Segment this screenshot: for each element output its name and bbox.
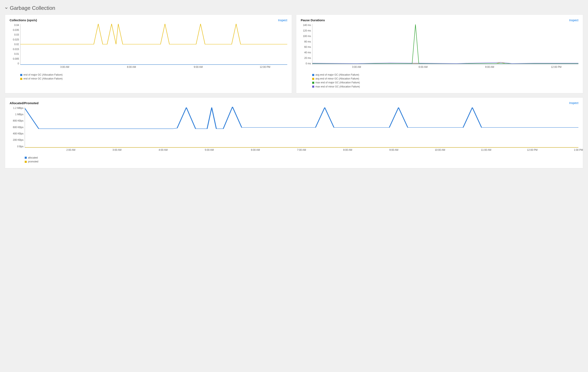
inspect-link[interactable]: Inspect — [278, 19, 287, 22]
x-tick: 9:00 AM — [485, 65, 494, 68]
panel-collections: Collections (ops/s) Inspect 0.040.0350.0… — [5, 14, 292, 93]
x-tick: 6:00 AM — [419, 65, 428, 68]
x-tick: 1:00 PM — [574, 149, 583, 151]
panel-title: Pause Durations — [301, 18, 325, 22]
y-tick: 100 ms — [303, 35, 311, 37]
legend-item: avg end of major GC (Allocation Failure) — [312, 73, 578, 77]
y-tick: 120 ms — [303, 29, 311, 32]
panel-title: Collections (ops/s) — [10, 18, 37, 22]
y-tick: 1.2 MBps — [13, 107, 23, 109]
inspect-link[interactable]: Inspect — [569, 101, 578, 105]
legend-swatch — [312, 85, 314, 88]
legend-label: avg end of major GC (Allocation Failure) — [315, 73, 359, 77]
legend-item: promoted — [25, 160, 578, 164]
legend-label: end of minor GC (Allocation Failure) — [23, 77, 63, 81]
y-tick: 0 Bps — [17, 145, 23, 148]
chart-allocated-promoted: 1.2 MBps1 MBps800 KBps600 KBps400 KBps20… — [10, 107, 578, 164]
y-tick: 600 KBps — [13, 126, 23, 128]
x-axis: 2:00 AM3:00 AM4:00 AM5:00 AM6:00 AM7:00 … — [10, 149, 578, 152]
y-tick: 0 — [18, 62, 19, 65]
y-tick: 0.005 — [13, 58, 19, 60]
legend-swatch — [25, 161, 27, 163]
legend-label: end of major GC (Allocation Failure) — [23, 73, 63, 77]
legend-item: avg end of minor GC (Allocation Failure) — [312, 77, 578, 81]
y-tick: 0.035 — [13, 29, 19, 31]
y-tick: 140 ms — [303, 24, 311, 26]
y-tick: 800 KBps — [13, 119, 23, 122]
legend-swatch — [312, 82, 314, 84]
legend: end of major GC (Allocation Failure) end… — [10, 73, 287, 81]
y-tick: 0.02 — [14, 43, 19, 46]
legend-label: max end of minor GC (Allocation Failure) — [315, 85, 360, 89]
legend: allocated promoted — [10, 156, 578, 164]
y-axis: 140 ms120 ms100 ms80 ms60 ms40 ms20 ms0 … — [301, 24, 312, 65]
plot-area — [20, 24, 287, 65]
y-tick: 0.01 — [14, 53, 19, 55]
series-line — [312, 24, 578, 64]
x-tick: 2:00 AM — [66, 149, 75, 151]
x-tick: 11:00 AM — [481, 149, 492, 151]
inspect-link[interactable]: Inspect — [569, 19, 578, 22]
x-tick: 12:00 PM — [260, 65, 270, 68]
legend-swatch — [20, 74, 22, 76]
x-tick: 6:00 AM — [251, 149, 260, 151]
y-tick: 1 MBps — [15, 113, 23, 116]
plot-area — [25, 107, 578, 148]
x-tick: 12:00 PM — [551, 65, 561, 68]
y-tick: 20 ms — [304, 57, 311, 59]
y-tick: 0.04 — [14, 24, 19, 26]
x-tick: 8:00 AM — [343, 149, 352, 151]
x-tick: 7:00 AM — [297, 149, 306, 151]
y-tick: 0.025 — [13, 38, 19, 41]
legend-swatch — [312, 74, 314, 76]
x-tick: 12:00 PM — [527, 149, 537, 151]
section-toggle[interactable]: Garbage Collection — [5, 5, 583, 11]
legend-label: allocated — [28, 156, 38, 160]
series-line — [25, 107, 578, 129]
series-line — [21, 24, 287, 44]
x-tick: 3:00 AM — [60, 65, 69, 68]
y-tick: 40 ms — [304, 51, 311, 54]
series-line — [312, 62, 578, 63]
x-tick: 3:00 AM — [352, 65, 361, 68]
y-tick: 200 KBps — [13, 139, 23, 141]
plot-area — [312, 24, 578, 65]
y-tick: 0.015 — [13, 48, 19, 51]
legend-swatch — [312, 78, 314, 80]
x-tick: 3:00 AM — [113, 149, 121, 151]
y-tick: 400 KBps — [13, 132, 23, 135]
y-tick: 0.03 — [14, 33, 19, 36]
legend-swatch — [20, 78, 22, 80]
x-tick: 9:00 AM — [194, 65, 203, 68]
x-tick: 9:00 AM — [389, 149, 398, 151]
legend-item: allocated — [25, 156, 578, 160]
chart-pause-durations: 140 ms120 ms100 ms80 ms60 ms40 ms20 ms0 … — [301, 24, 578, 89]
chart-collections: 0.040.0350.030.0250.020.0150.010.0050 3:… — [10, 24, 287, 81]
legend-item: max end of minor GC (Allocation Failure) — [312, 85, 578, 89]
y-axis: 1.2 MBps1 MBps800 KBps600 KBps400 KBps20… — [10, 107, 25, 148]
y-tick: 60 ms — [304, 46, 311, 48]
legend-item: max end of major GC (Allocation Failure) — [312, 81, 578, 85]
x-axis: 3:00 AM6:00 AM9:00 AM12:00 PM — [10, 65, 287, 69]
legend-label: promoted — [28, 160, 38, 164]
legend-swatch — [25, 157, 27, 159]
y-axis: 0.040.0350.030.0250.020.0150.010.0050 — [10, 24, 20, 65]
x-tick: 6:00 AM — [127, 65, 136, 68]
y-tick: 0 ms — [306, 62, 311, 65]
section-title: Garbage Collection — [10, 5, 55, 11]
legend-item: end of major GC (Allocation Failure) — [20, 73, 287, 77]
legend-item: end of minor GC (Allocation Failure) — [20, 77, 287, 81]
legend-label: max end of major GC (Allocation Failure) — [315, 81, 360, 85]
chevron-down-icon — [5, 7, 8, 9]
panel-allocated-promoted: Allocated/Promoted Inspect 1.2 MBps1 MBp… — [5, 97, 583, 168]
x-tick: 10:00 AM — [435, 149, 445, 151]
x-tick: 5:00 AM — [205, 149, 214, 151]
x-axis: 3:00 AM6:00 AM9:00 AM12:00 PM — [301, 65, 578, 69]
y-tick: 80 ms — [304, 41, 311, 43]
legend: avg end of major GC (Allocation Failure)… — [301, 73, 578, 89]
x-tick: 4:00 AM — [159, 149, 168, 151]
panel-pause-durations: Pause Durations Inspect 140 ms120 ms100 … — [296, 14, 583, 93]
legend-label: avg end of minor GC (Allocation Failure) — [315, 77, 359, 81]
panel-title: Allocated/Promoted — [10, 101, 39, 105]
